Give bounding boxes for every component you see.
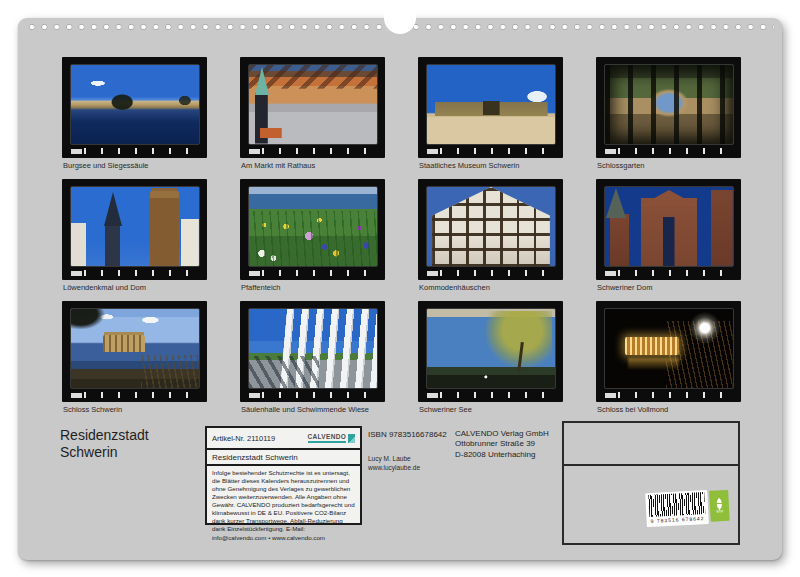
publisher-block: CALVENDO Verlag GmbH Ottobrunner Straße … [455, 429, 549, 460]
thumbnail-caption: Schweriner See [419, 405, 563, 415]
barcode-group: 9 783516 678642 eco [645, 489, 730, 527]
mini-calendar-page [418, 179, 563, 280]
month-thumbnail: Schloss bei Vollmond [596, 301, 741, 415]
isbn-text: ISBN 9783516678642 [368, 430, 447, 439]
mini-date-strip [71, 270, 200, 276]
month-thumbnail: Staatliches Museum Schwerin [418, 57, 563, 171]
legal-text: Infolge bestehender Schutzrechte ist es … [207, 466, 360, 545]
month-photo [71, 65, 199, 144]
calendar-sheet: Burgsee und Siegessäule Am Markt mit Rat… [18, 18, 782, 560]
mini-calendar-page [62, 301, 207, 402]
mini-date-strip [605, 392, 734, 398]
barcode-panel-top-cell [564, 423, 738, 466]
mini-date-strip [427, 392, 556, 398]
mini-calendar-page [62, 57, 207, 158]
thumbnail-caption: Burgsee und Siegessäule [63, 161, 207, 171]
publisher-city: D-82008 Unterhaching [455, 450, 549, 460]
mini-calendar-page [596, 301, 741, 402]
mini-calendar-page [418, 57, 563, 158]
month-photo [249, 187, 377, 266]
month-photo [605, 187, 733, 266]
thumbnail-caption: Kommodenhäuschen [419, 283, 563, 293]
thumbnail-caption: Löwendenkmal und Dom [63, 283, 207, 293]
mini-date-strip [605, 270, 734, 276]
month-photo [71, 309, 199, 388]
mini-date-strip [605, 148, 734, 154]
thumbnail-caption: Pfaffenteich [241, 283, 385, 293]
publisher-street: Ottobrunner Straße 39 [455, 439, 549, 449]
thumbnail-caption: Säulenhalle und Schwimmende Wiese [241, 405, 385, 415]
info-box-title: Residenzstadt Schwerin [207, 450, 360, 466]
month-thumbnail: Schweriner Dom [596, 179, 741, 293]
author-name: Lucy M. Laube [368, 455, 420, 464]
mini-date-strip [249, 270, 378, 276]
calvendo-logo: CALVENDO [308, 433, 355, 443]
month-thumbnail: Löwendenkmal und Dom [62, 179, 207, 293]
month-thumbnail: Burgsee und Siegessäule [62, 57, 207, 171]
mini-date-strip [249, 148, 378, 154]
thumbnail-caption: Schloss bei Vollmond [597, 405, 741, 415]
mini-calendar-page [418, 301, 563, 402]
mini-calendar-page [240, 301, 385, 402]
mini-date-strip [427, 148, 556, 154]
mini-calendar-page [240, 57, 385, 158]
mini-calendar-page [240, 179, 385, 280]
publisher-name: CALVENDO Verlag GmbH [455, 429, 549, 439]
thumbnail-caption: Staatliches Museum Schwerin [419, 161, 563, 171]
article-number: Artikel-Nr. 2110119 [212, 434, 275, 443]
barcode-panel: 9 783516 678642 eco [562, 421, 740, 545]
month-thumbnail: Schloss Schwerin [62, 301, 207, 415]
mini-calendar-page [596, 179, 741, 280]
month-photo [427, 65, 555, 144]
mini-date-strip [427, 270, 556, 276]
eco-leaf-icon [713, 497, 726, 510]
calvendo-logo-text: CALVENDO [308, 433, 346, 443]
month-thumbnail: Pfaffenteich [240, 179, 385, 293]
hanger-notch [384, 2, 416, 34]
month-thumbnail: Säulenhalle und Schwimmende Wiese [240, 301, 385, 415]
month-photo [605, 309, 733, 388]
thumbnail-caption: Schlossgarten [597, 161, 741, 171]
article-row: Artikel-Nr. 2110119 CALVENDO [207, 428, 360, 450]
mini-date-strip [71, 392, 200, 398]
eco-label: eco [709, 490, 730, 522]
calendar-title: Residenzstadt Schwerin [60, 427, 178, 461]
author-website: www.lucylaube.de [368, 464, 420, 473]
mini-calendar-page [596, 57, 741, 158]
month-photo [427, 309, 555, 388]
thumbnail-caption: Schweriner Dom [597, 283, 741, 293]
month-thumbnail: Schlossgarten [596, 57, 741, 171]
mini-date-strip [71, 148, 200, 154]
month-photo [427, 187, 555, 266]
thumbnail-caption: Am Markt mit Rathaus [241, 161, 385, 171]
mini-date-strip [249, 392, 378, 398]
author-block: Lucy M. Laube www.lucylaube.de [368, 455, 420, 473]
month-thumbnail: Am Markt mit Rathaus [240, 57, 385, 171]
barcode-bars [648, 492, 705, 517]
month-thumbnail: Schweriner See [418, 301, 563, 415]
month-thumbnail: Kommodenhäuschen [418, 179, 563, 293]
product-info-box: Artikel-Nr. 2110119 CALVENDO Residenzsta… [205, 426, 362, 525]
calendar-back-product-photo: Burgsee und Siegessäule Am Markt mit Rat… [0, 0, 800, 577]
thumbnail-grid: Burgsee und Siegessäule Am Markt mit Rat… [62, 57, 741, 415]
thumbnail-caption: Schloss Schwerin [63, 405, 207, 415]
mini-calendar-page [62, 179, 207, 280]
month-photo [71, 187, 199, 266]
month-photo [249, 309, 377, 388]
month-photo [249, 65, 377, 144]
calvendo-logo-icon [348, 434, 355, 443]
month-photo [605, 65, 733, 144]
ean-barcode: 9 783516 678642 [645, 490, 709, 527]
